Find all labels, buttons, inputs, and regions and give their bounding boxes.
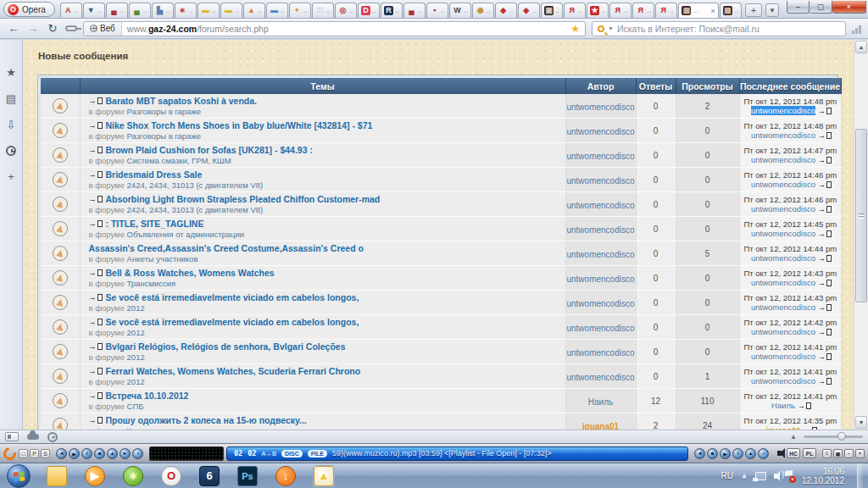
- player-button[interactable]: ‖: [732, 448, 743, 459]
- goto-post-icon[interactable]: [89, 269, 103, 277]
- author-link[interactable]: untwomencodisco: [566, 324, 634, 333]
- explorer-taskbar-icon[interactable]: [46, 465, 68, 487]
- tab-red-car[interactable]: ▄ ... ×: [106, 3, 128, 18]
- forum-link[interactable]: Анкеты участников: [127, 254, 198, 263]
- goto-latest-icon[interactable]: [798, 402, 811, 410]
- forum-link[interactable]: Система смазки, ГРМ, КШМ: [127, 156, 231, 165]
- search-field[interactable]: ▼ Искать в Интернет: Поиск@mail.ru: [592, 21, 846, 36]
- forum-link[interactable]: 2012: [127, 328, 145, 337]
- player-button[interactable]: •: [132, 448, 143, 459]
- goto-latest-icon[interactable]: [818, 230, 832, 238]
- topic-link[interactable]: Ferrari Watches, Womens Watches, Scuderi…: [106, 366, 361, 376]
- goto-latest-icon[interactable]: [818, 328, 832, 336]
- player-button[interactable]: ▶: [720, 448, 731, 459]
- lastpost-user-link[interactable]: untwomencodisco: [751, 376, 815, 385]
- tab-green-pan[interactable]: ▄ ... ×: [129, 3, 151, 18]
- author-link[interactable]: untwomencodisco: [566, 348, 634, 358]
- photoshop-taskbar-icon[interactable]: Ps: [236, 465, 259, 487]
- topic-link[interactable]: Se você está irremediavelmente viciado e…: [106, 317, 359, 327]
- goto-post-icon[interactable]: [89, 121, 103, 130]
- goto-post-icon[interactable]: [89, 367, 103, 375]
- goto-latest-icon[interactable]: [818, 254, 832, 263]
- lastpost-user-link[interactable]: untwomencodisco: [751, 130, 815, 140]
- topic-link[interactable]: : TITLE, SITE_TAGLINE: [106, 219, 204, 229]
- tab-yellow-chat[interactable]: ▬ ... ×: [198, 3, 220, 18]
- lastpost-user-link[interactable]: untwomencodisco: [751, 229, 815, 238]
- forum-link[interactable]: 2012: [127, 352, 145, 362]
- author-link[interactable]: untwomencodisco: [566, 176, 634, 186]
- player-button[interactable]: ◄: [694, 448, 705, 459]
- topic-link[interactable]: Bell & Ross Watches, Womens Watches: [106, 268, 275, 278]
- opera-link-cloud-icon[interactable]: [27, 434, 39, 440]
- back-icon[interactable]: ←: [7, 22, 20, 35]
- zoom-slider[interactable]: [804, 435, 863, 438]
- tab-list-chevron[interactable]: ▼: [765, 3, 779, 17]
- scroll-down-arrow[interactable]: ▼: [855, 416, 867, 429]
- player-button[interactable]: ►: [120, 448, 131, 459]
- tab-yandex[interactable]: Я ... ×: [655, 3, 677, 18]
- author-link[interactable]: untwomencodisco: [566, 250, 634, 259]
- aimp-taskbar-icon[interactable]: ▲: [313, 465, 335, 487]
- author-link[interactable]: untwomencodisco: [566, 373, 634, 382]
- goto-latest-icon[interactable]: [818, 377, 832, 385]
- goto-post-icon[interactable]: [89, 342, 103, 351]
- topic-link[interactable]: Barato MBT sapatos Koshi à venda.: [106, 96, 258, 106]
- author-link[interactable]: untwomencodisco: [566, 152, 634, 161]
- lastpost-user-link[interactable]: untwomencodisco: [751, 204, 815, 214]
- topic-link[interactable]: Assassin's Creed,Assassin's Creed Costum…: [89, 243, 364, 253]
- tab-yandex[interactable]: Я ... ×: [564, 3, 586, 18]
- taskbar-clock[interactable]: 16:06 12.10.2012: [802, 467, 844, 485]
- player-volume-icon[interactable]: [777, 451, 782, 456]
- scrollbar-thumb[interactable]: [855, 129, 867, 302]
- tab-yellow-chat[interactable]: ▬ ... ×: [220, 3, 242, 18]
- history-clock-icon[interactable]: [6, 146, 16, 156]
- lastpost-user-link[interactable]: untwomencodisco: [751, 327, 815, 336]
- forum-link[interactable]: 2012: [127, 377, 145, 386]
- tab-red-car[interactable]: ▄ ... ×: [403, 3, 426, 18]
- tab-dark-image[interactable]: ▦ ... ×: [720, 3, 742, 18]
- goto-post-icon[interactable]: [89, 391, 103, 400]
- author-link[interactable]: Наиль: [588, 397, 613, 407]
- tab-blue-v[interactable]: ▼ ... ×: [83, 3, 105, 18]
- action-center-flag-icon[interactable]: [785, 470, 794, 481]
- tab-dark-photo[interactable]: ▣ ... ×: [541, 3, 563, 18]
- tab-blue-bubble[interactable]: ▬ ... ×: [266, 3, 288, 18]
- topic-link[interactable]: Brown Plaid Cushion for Sofas [UK281] - …: [106, 145, 313, 155]
- goto-post-icon[interactable]: [89, 146, 103, 154]
- player-button[interactable]: ≡: [822, 449, 832, 458]
- vertical-scrollbar[interactable]: ▲ ▼: [854, 40, 868, 430]
- bandwidth-icon[interactable]: [852, 24, 861, 34]
- topic-link[interactable]: Встреча 10.10.2012: [106, 391, 189, 401]
- blue-app-6-taskbar-icon[interactable]: 6: [198, 465, 220, 487]
- author-link[interactable]: iguana01: [582, 422, 619, 430]
- topic-link[interactable]: Nike Shox Torch Mens Shoes in Baby blue/…: [106, 120, 373, 130]
- tab-gold-emblem[interactable]: ◉ ... ×: [472, 3, 494, 18]
- tab-orange-bird[interactable]: ▲ ... ×: [243, 3, 265, 18]
- forum-link[interactable]: 2424, 2434, 31013 (с двигателем V8): [127, 180, 264, 190]
- forum-link[interactable]: Трансмиссия: [127, 279, 176, 288]
- search-engine-chevron-icon[interactable]: ▼: [608, 25, 614, 31]
- goto-latest-icon[interactable]: [818, 156, 832, 164]
- tab-wikipedia[interactable]: W ... ×: [449, 3, 471, 18]
- player-button[interactable]: ×: [855, 449, 865, 458]
- tab-yandex[interactable]: Я ... ×: [609, 3, 632, 18]
- tab-red-emblem[interactable]: ◎ ... ×: [335, 3, 357, 18]
- web-badge[interactable]: Веб: [84, 22, 122, 36]
- goto-post-icon[interactable]: [89, 97, 103, 105]
- goto-latest-icon[interactable]: [818, 205, 832, 214]
- player-button[interactable]: □: [19, 449, 28, 458]
- new-tab-button[interactable]: +: [745, 3, 762, 17]
- player-hc-button[interactable]: HC: [787, 448, 800, 458]
- player-button[interactable]: ▶: [69, 448, 80, 459]
- reload-icon[interactable]: ↻: [46, 22, 59, 35]
- start-button[interactable]: [7, 464, 31, 488]
- goto-latest-icon[interactable]: [818, 352, 832, 361]
- player-logo-icon[interactable]: [1, 445, 19, 463]
- player-pl-button[interactable]: PL: [803, 448, 816, 458]
- opera-turbo-icon[interactable]: [47, 432, 58, 442]
- tab-yandex[interactable]: Я ... ×: [632, 3, 654, 18]
- player-ab-repeat[interactable]: A↔B: [262, 450, 277, 458]
- goto-latest-icon[interactable]: [818, 279, 832, 287]
- downloads-icon[interactable]: ⇩: [7, 119, 16, 130]
- minimize-button[interactable]: –: [787, 1, 810, 14]
